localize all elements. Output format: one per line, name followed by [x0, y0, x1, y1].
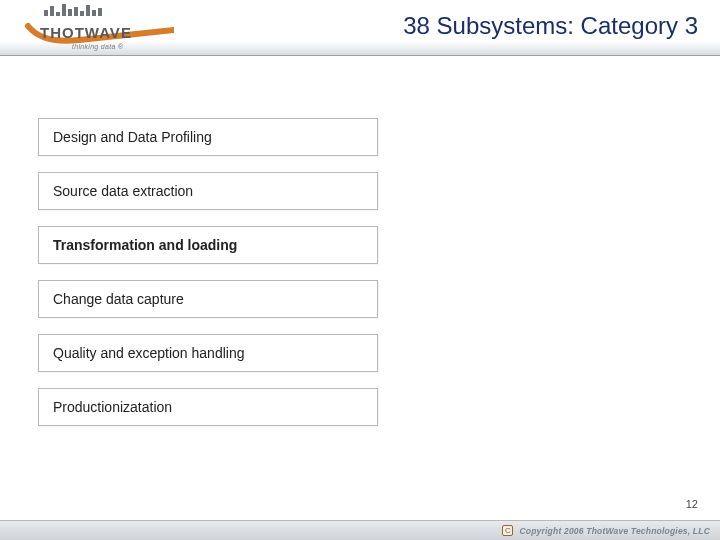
copyright-text: Copyright 2006 ThotWave Technologies, LL… [519, 526, 710, 536]
list-item: Change data capture [38, 280, 378, 318]
copyright-icon: C [502, 525, 513, 536]
page-number: 12 [686, 498, 698, 510]
list-item-active: Transformation and loading [38, 226, 378, 264]
logo-swoosh-icon: THOTWAVE thinking data ® [26, 18, 186, 50]
logo-brand-text: THOTWAVE [40, 24, 132, 41]
slide-title: 38 Subsystems: Category 3 [403, 12, 698, 40]
footer-band: C Copyright 2006 ThotWave Technologies, … [0, 520, 720, 540]
brand-logo: THOTWAVE thinking data ® [26, 4, 186, 74]
logo-bars-icon [44, 4, 186, 16]
list-item: Productionizatation [38, 388, 378, 426]
list-item: Design and Data Profiling [38, 118, 378, 156]
category-list: Design and Data Profiling Source data ex… [38, 118, 378, 442]
logo-tagline: thinking data ® [72, 43, 123, 50]
list-item: Source data extraction [38, 172, 378, 210]
list-item: Quality and exception handling [38, 334, 378, 372]
